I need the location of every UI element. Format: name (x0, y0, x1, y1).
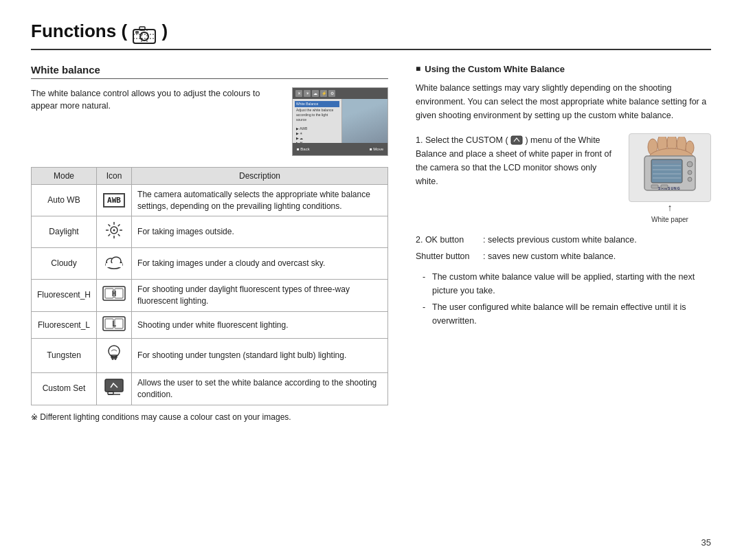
move-label: ■ Move (370, 147, 383, 151)
intro-block: The white balance control allows you to … (31, 87, 388, 156)
shutter-row: Shutter button : saves new custom white … (416, 249, 711, 263)
icon-custom (97, 373, 132, 405)
fluorescent-l-icon: L (102, 316, 126, 331)
page-number: 35 (701, 537, 711, 548)
camera-diagram: SAMSUNG ↑ White paper (629, 133, 711, 223)
two-col-layout: White balance The white balance control … (31, 64, 711, 422)
menu-sub1: Adjust the white balance according to th… (295, 107, 339, 123)
bullet-item-2: The user configured white balance will b… (423, 300, 711, 328)
svg-point-53 (688, 170, 692, 175)
ok-button-row: 2. OK button : selects previous custom w… (416, 233, 711, 247)
desc-fluor-h: For shooting under daylight fluorescent … (132, 279, 388, 311)
step1-number: 1. (416, 135, 425, 145)
awb-icon: AWB (103, 193, 125, 208)
table-row: Fluorescent_L L Shooting under white flu… (32, 311, 388, 339)
camera-hand-svg: SAMSUNG (632, 137, 708, 199)
screenshot-menu: White Balance Adjust the white balance a… (293, 99, 342, 143)
svg-rect-38 (511, 136, 522, 144)
desc-auto-wb: The camera automatically selects the app… (132, 184, 388, 216)
table-row: Daylight (32, 216, 388, 248)
mode-auto-wb: Auto WB (32, 184, 97, 216)
svg-line-15 (118, 225, 120, 227)
mode-daylight: Daylight (32, 216, 97, 248)
step2-block: 2. OK button : selects previous custom w… (416, 233, 711, 263)
svg-rect-2 (139, 27, 145, 30)
desc-daylight: For taking images outside. (132, 216, 388, 248)
desc-cloudy: For taking images under a cloudy and ove… (132, 248, 388, 280)
svg-rect-21 (106, 263, 122, 267)
screenshot-image-area (342, 99, 387, 143)
step1-text: 1. Select the CUSTOM ( ) menu of the Whi… (416, 133, 618, 223)
mode-tungsten: Tungsten (32, 339, 97, 373)
back-label: ■ Back (297, 147, 310, 151)
table-row: Custom Set Allows the user to set the wh… (32, 373, 388, 405)
tungsten-icon (104, 343, 124, 365)
page-title: Functions ( ) (31, 21, 168, 43)
svg-line-14 (118, 234, 120, 236)
bullet-item-1: The custom white balance value will be a… (423, 270, 711, 298)
menu-wb: White Balance (295, 101, 339, 107)
page-header: Functions ( ) (31, 21, 711, 50)
mode-fluor-h: Fluorescent_H (32, 279, 97, 311)
mode-custom: Custom Set (32, 373, 97, 405)
fluorescent-h-icon: H (102, 286, 126, 301)
svg-text:H: H (112, 289, 117, 298)
right-intro-text: White balance settings may vary slightly… (416, 81, 711, 122)
intro-text: The white balance control allows you to … (31, 87, 282, 113)
right-column: Using the Custom White Balance White bal… (416, 64, 711, 422)
icon-2: ☁ (312, 90, 319, 97)
screenshot-top-bar: ✕ ☀ ☁ ⚡ ⚙ (293, 88, 387, 99)
svg-rect-57 (661, 185, 668, 188)
svg-point-17 (113, 229, 115, 232)
custom-set-icon (104, 378, 124, 396)
svg-rect-3 (135, 31, 139, 34)
svg-point-52 (687, 161, 693, 167)
svg-rect-35 (105, 379, 123, 392)
icon-cloudy (97, 248, 132, 280)
ok-button-label: 2. OK button (416, 233, 477, 247)
svg-text:L: L (112, 320, 117, 328)
arrow-icon: ↑ (629, 202, 711, 213)
col-mode: Mode (32, 167, 97, 184)
sun-icon (104, 221, 124, 240)
mode-fluor-l: Fluorescent_L (32, 311, 97, 339)
left-column: White balance The white balance control … (31, 64, 388, 422)
icon-fluor-l: L (97, 311, 132, 339)
bullet-list: The custom white balance value will be a… (423, 270, 711, 328)
col-icon: Icon (97, 167, 132, 184)
icon-1: ☀ (304, 90, 311, 97)
desc-custom: Allows the user to set the white balance… (132, 373, 388, 405)
white-paper-label: White paper (629, 216, 711, 223)
screenshot-bottom-bar: ■ Back ■ Move (293, 143, 387, 155)
col-desc: Description (132, 167, 388, 184)
step1-content: Select the CUSTOM ( ) menu of the White … (416, 135, 611, 186)
table-row: Fluorescent_H H For shooting under dayli… (32, 279, 388, 311)
custom-menu-icon (510, 135, 523, 145)
table-row: Cloudy For taking images under a cloudy … (32, 248, 388, 280)
table-row: Auto WB AWB The camera automatically sel… (32, 184, 388, 216)
svg-rect-47 (653, 161, 681, 164)
camera-hand-drawing: SAMSUNG (629, 133, 711, 202)
shutter-desc: : saves new custom white balance. (483, 249, 616, 263)
svg-point-54 (688, 177, 692, 181)
white-balance-table: Mode Icon Description Auto WB AWB The ca… (31, 167, 388, 405)
svg-line-16 (109, 234, 111, 236)
svg-rect-32 (112, 357, 116, 359)
svg-line-13 (109, 225, 111, 227)
step1-block: 1. Select the CUSTOM ( ) menu of the Whi… (416, 133, 711, 223)
svg-rect-56 (651, 185, 658, 188)
ok-button-desc: : selects previous custom white balance. (483, 233, 637, 247)
icon-x: ✕ (295, 90, 302, 97)
icon-tungsten (97, 339, 132, 373)
desc-fluor-l: Shooting under white fluorescent lightin… (132, 311, 388, 339)
icon-4: ⚙ (328, 90, 335, 97)
table-footnote: ※ Different lighting conditions may caus… (31, 412, 388, 422)
desc-tungsten: For shooting under tungsten (standard li… (132, 339, 388, 373)
shutter-label: Shutter button (416, 249, 477, 263)
icon-3: ⚡ (320, 90, 327, 97)
custom-wb-title: Using the Custom White Balance (416, 64, 711, 74)
icon-auto-wb: AWB (97, 184, 132, 216)
camera-screenshot-image: ✕ ☀ ☁ ⚡ ⚙ White Balance Adjust the white… (292, 87, 388, 156)
section-title: White balance (31, 64, 388, 79)
icon-fluor-h: H (97, 279, 132, 311)
